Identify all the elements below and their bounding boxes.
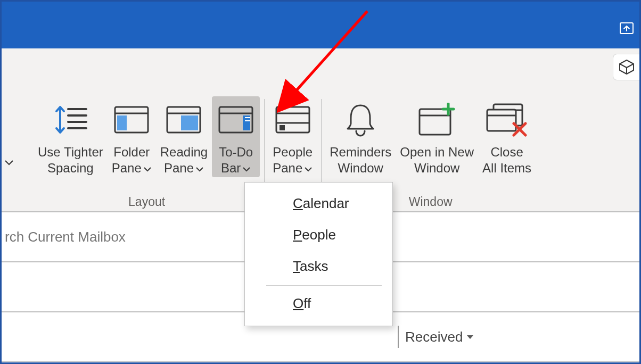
use-tighter-spacing-button[interactable]: Use Tighter Spacing: [34, 96, 108, 177]
sort-label: Received: [405, 329, 463, 345]
menu-item-off[interactable]: Off: [245, 288, 392, 319]
svg-rect-7: [117, 115, 127, 130]
collapse-ribbon-button[interactable]: [619, 20, 634, 38]
label-line2: Pane: [112, 161, 142, 175]
chevron-down-icon: [242, 160, 251, 176]
svg-rect-19: [280, 125, 285, 130]
sort-by-received[interactable]: Received: [398, 326, 474, 348]
label-line1: People: [273, 145, 313, 159]
reading-pane-icon: [165, 100, 202, 140]
menu-item-tasks[interactable]: Tasks: [245, 251, 392, 282]
folder-pane-icon: [113, 100, 150, 140]
label-line2: Window: [338, 161, 383, 175]
triangle-down-icon: [466, 334, 474, 340]
to-do-bar-button[interactable]: To-Do Bar: [212, 96, 260, 177]
label-line2: Spacing: [47, 161, 94, 175]
close-all-items-button[interactable]: Close All Items: [478, 96, 536, 177]
label-line1: Open in New: [400, 145, 474, 159]
svg-rect-10: [181, 115, 198, 130]
svg-rect-26: [487, 110, 516, 131]
menu-item-calendar[interactable]: Calendar: [245, 188, 392, 219]
to-do-bar-menu: Calendar People Tasks Off: [244, 182, 393, 326]
people-pane-icon: [274, 100, 311, 140]
label-line1: Close: [490, 145, 523, 159]
label-line2: Window: [414, 161, 459, 175]
chevron-down-icon: [143, 160, 152, 176]
chevron-down-icon: [195, 160, 204, 176]
to-do-bar-icon: [217, 100, 254, 140]
ribbon-group-layout: Use Tighter Spacing: [29, 54, 264, 211]
label-line2: Pane: [273, 161, 302, 175]
people-pane-button[interactable]: People Pane: [268, 96, 317, 177]
close-all-icon: [485, 100, 529, 140]
label-line2: Pane: [164, 161, 194, 175]
label-line2: Bar: [221, 161, 241, 175]
label-line1: To-Do: [219, 145, 253, 159]
open-in-new-window-button[interactable]: Open in New Window: [396, 96, 478, 177]
menu-separator: [266, 285, 382, 286]
bell-icon: [343, 100, 377, 140]
label-line1: Use Tighter: [38, 145, 103, 159]
tighter-spacing-icon: [51, 100, 89, 140]
title-bar: [2, 2, 639, 48]
reminders-window-button[interactable]: Reminders Window: [325, 96, 396, 177]
chevron-down-icon: [304, 160, 313, 176]
label-line1: Reminders: [330, 145, 391, 159]
reading-pane-button[interactable]: Reading Pane: [156, 96, 212, 177]
new-window-icon: [416, 100, 458, 140]
label-line1: Folder: [113, 145, 150, 159]
label-line2: All Items: [482, 161, 531, 175]
group-caption-layout: Layout: [29, 195, 264, 209]
label-line1: Reading: [160, 145, 208, 159]
svg-rect-20: [420, 109, 450, 135]
menu-item-people[interactable]: People: [245, 219, 392, 251]
app-frame: Use Tighter Spacing: [0, 0, 641, 364]
folder-pane-button[interactable]: Folder Pane: [108, 96, 156, 177]
